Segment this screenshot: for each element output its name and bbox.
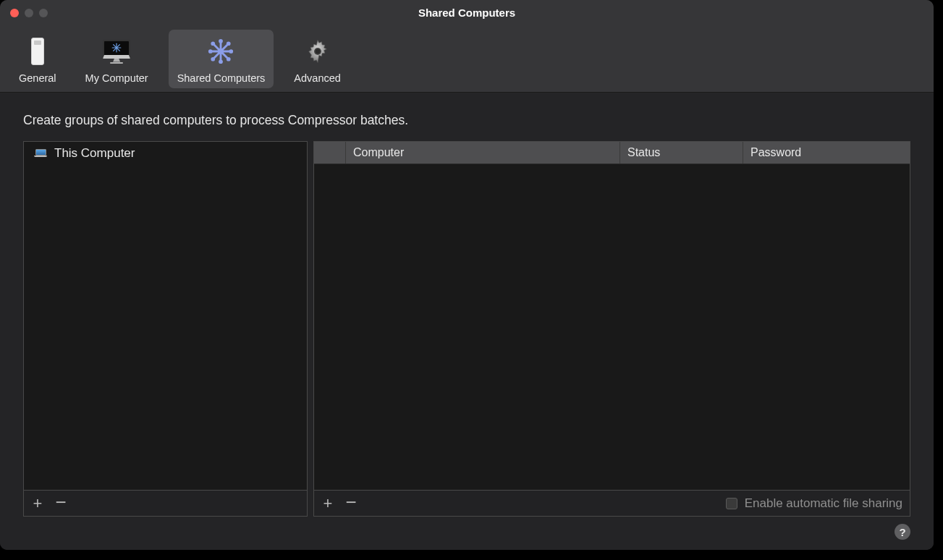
groups-list[interactable]: This Computer xyxy=(24,142,307,490)
snowflake-icon xyxy=(205,35,237,67)
switch-icon xyxy=(22,35,54,67)
svg-point-4 xyxy=(116,47,118,49)
tab-label: General xyxy=(19,72,56,84)
description-text: Create groups of shared computers to pro… xyxy=(23,113,910,128)
tab-shared-computers[interactable]: Shared Computers xyxy=(169,30,274,88)
help-button[interactable]: ? xyxy=(895,524,910,540)
content-area: Create groups of shared computers to pro… xyxy=(0,93,934,550)
help-row: ? xyxy=(23,517,910,540)
computers-table-header: Computer Status Password xyxy=(314,142,910,164)
computers-footer: + − Enable automatic file sharing xyxy=(314,490,910,516)
group-label: This Computer xyxy=(54,146,135,161)
close-window-button[interactable] xyxy=(10,9,19,17)
computers-table-body[interactable] xyxy=(314,164,910,490)
tab-general[interactable]: General xyxy=(10,30,65,88)
svg-point-12 xyxy=(229,49,234,54)
remove-group-button[interactable]: − xyxy=(54,493,67,512)
add-computer-button[interactable]: + xyxy=(321,496,334,512)
svg-point-11 xyxy=(208,49,213,54)
tab-label: My Computer xyxy=(85,72,148,84)
add-group-button[interactable]: + xyxy=(31,496,44,512)
svg-point-14 xyxy=(227,56,231,61)
enable-file-sharing-label: Enable automatic file sharing xyxy=(745,496,902,511)
tab-my-computer[interactable]: My Computer xyxy=(77,30,157,88)
list-item[interactable]: This Computer xyxy=(24,142,307,165)
gear-icon xyxy=(302,35,334,67)
svg-point-15 xyxy=(227,41,231,46)
window-controls xyxy=(0,9,48,17)
preferences-window: Shared Computers General xyxy=(0,0,934,550)
svg-point-13 xyxy=(211,41,216,46)
checkbox-column-header[interactable] xyxy=(314,142,346,164)
groups-footer: + − xyxy=(24,490,307,516)
preferences-toolbar: General My Computer xyxy=(0,25,934,92)
minimize-window-button[interactable] xyxy=(25,9,33,17)
column-header-password[interactable]: Password xyxy=(743,142,910,164)
svg-point-16 xyxy=(211,56,216,61)
column-header-status[interactable]: Status xyxy=(620,142,743,164)
titlebar-area: Shared Computers General xyxy=(0,0,934,93)
enable-file-sharing-option[interactable]: Enable automatic file sharing xyxy=(726,496,902,511)
svg-point-17 xyxy=(218,48,224,54)
imac-icon xyxy=(101,35,132,67)
computers-pane: Computer Status Password + − Enable auto… xyxy=(313,141,910,517)
titlebar: Shared Computers xyxy=(0,0,934,25)
checkbox-icon[interactable] xyxy=(726,498,737,509)
groups-pane: This Computer + − xyxy=(23,141,308,517)
svg-point-9 xyxy=(219,38,224,43)
laptop-icon xyxy=(34,149,47,158)
svg-point-19 xyxy=(315,48,320,54)
column-header-computer[interactable]: Computer xyxy=(346,142,620,164)
panes: This Computer + − Computer Status Passwo… xyxy=(23,141,910,517)
window-title: Shared Computers xyxy=(0,7,934,19)
remove-computer-button[interactable]: − xyxy=(344,493,358,512)
tab-advanced[interactable]: Advanced xyxy=(285,30,350,88)
tab-label: Shared Computers xyxy=(177,72,266,84)
zoom-window-button[interactable] xyxy=(39,9,48,17)
help-icon: ? xyxy=(899,526,905,538)
svg-point-10 xyxy=(219,59,224,64)
tab-label: Advanced xyxy=(294,72,341,84)
